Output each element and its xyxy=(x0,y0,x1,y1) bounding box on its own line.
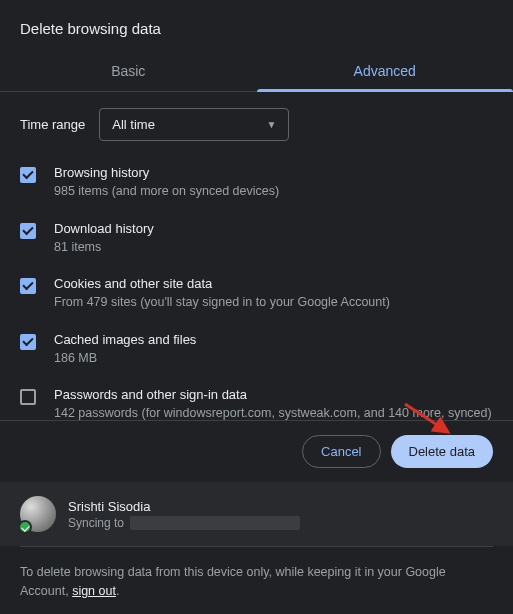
checkbox-browsing-history[interactable] xyxy=(20,167,36,183)
option-cache: Cached images and files 186 MB xyxy=(20,332,493,368)
checkbox-cache[interactable] xyxy=(20,334,36,350)
option-browsing-history: Browsing history 985 items (and more on … xyxy=(20,165,493,201)
option-passwords: Passwords and other sign-in data 142 pas… xyxy=(20,387,493,420)
time-range-value: All time xyxy=(112,117,155,132)
option-subtitle: From 479 sites (you'll stay signed in to… xyxy=(54,294,390,312)
sync-status-icon xyxy=(18,520,32,534)
option-subtitle: 81 items xyxy=(54,239,154,257)
option-title: Download history xyxy=(54,221,154,236)
sign-out-link[interactable]: sign out xyxy=(72,584,116,598)
signout-notice: To delete browsing data from this device… xyxy=(20,546,493,614)
tab-advanced[interactable]: Advanced xyxy=(257,51,514,91)
option-download-history: Download history 81 items xyxy=(20,221,493,257)
cancel-button[interactable]: Cancel xyxy=(302,435,380,468)
time-range-label: Time range xyxy=(20,117,85,132)
option-title: Cookies and other site data xyxy=(54,276,390,291)
profile-section: Srishti Sisodia Syncing to xyxy=(0,482,513,546)
option-title: Passwords and other sign-in data xyxy=(54,387,492,402)
option-title: Browsing history xyxy=(54,165,279,180)
avatar xyxy=(20,496,56,532)
time-range-select[interactable]: All time ▼ xyxy=(99,108,289,141)
options-scroll-area[interactable]: Time range All time ▼ Browsing history 9… xyxy=(0,92,513,420)
option-title: Cached images and files xyxy=(54,332,196,347)
profile-name: Srishti Sisodia xyxy=(68,499,300,514)
dialog-title: Delete browsing data xyxy=(0,20,513,51)
delete-data-button[interactable]: Delete data xyxy=(391,435,494,468)
chevron-down-icon: ▼ xyxy=(266,119,276,130)
checkbox-passwords[interactable] xyxy=(20,389,36,405)
option-subtitle: 142 passwords (for windowsreport.com, sy… xyxy=(54,405,492,420)
sync-email-redacted xyxy=(130,516,300,530)
time-range-row: Time range All time ▼ xyxy=(20,108,493,141)
notice-text-after: . xyxy=(116,584,119,598)
tab-bar: Basic Advanced xyxy=(0,51,513,92)
checkbox-cookies[interactable] xyxy=(20,278,36,294)
option-subtitle: 186 MB xyxy=(54,350,196,368)
delete-browsing-data-dialog: Delete browsing data Basic Advanced Time… xyxy=(0,0,513,614)
sync-label: Syncing to xyxy=(68,516,124,530)
tab-basic[interactable]: Basic xyxy=(0,51,257,91)
option-subtitle: 985 items (and more on synced devices) xyxy=(54,183,279,201)
dialog-footer: Cancel Delete data xyxy=(0,420,513,482)
option-cookies: Cookies and other site data From 479 sit… xyxy=(20,276,493,312)
checkbox-download-history[interactable] xyxy=(20,223,36,239)
